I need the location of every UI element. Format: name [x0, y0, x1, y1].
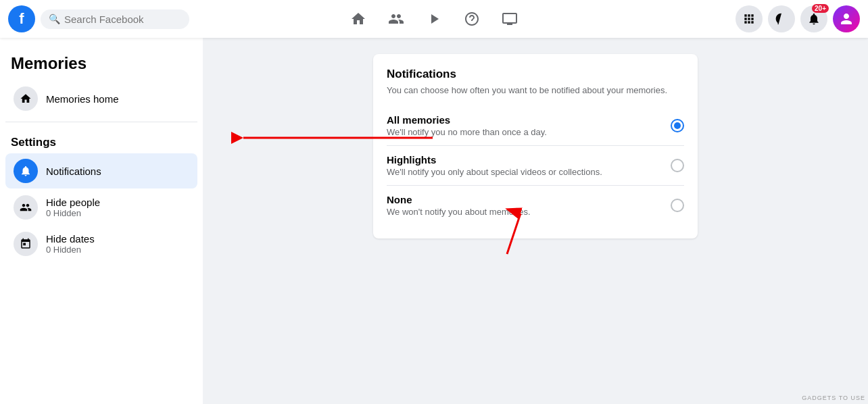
nav-marketplace-btn[interactable]	[456, 3, 488, 35]
nav-tv-btn[interactable]	[493, 3, 526, 35]
hide-dates-sub: 0 Hidden	[46, 245, 95, 255]
card-title: Notifications	[387, 68, 684, 81]
user-avatar[interactable]	[833, 5, 860, 32]
nav-left: f 🔍	[8, 5, 197, 32]
sidebar: Memories Memories home Settings Notifica…	[0, 38, 203, 404]
hide-dates-content: Hide dates 0 Hidden	[46, 233, 95, 255]
sidebar-item-hide-people[interactable]: Hide people 0 Hidden	[5, 190, 197, 225]
option-all-desc: We'll notify you no more than once a day…	[387, 127, 547, 137]
hide-people-sub: 0 Hidden	[46, 208, 100, 218]
notifications-label: Notifications	[46, 166, 101, 177]
facebook-logo[interactable]: f	[8, 5, 35, 32]
option-none-content: None We won't notify you about memories.	[387, 194, 531, 217]
notifications-btn[interactable]: 20+	[800, 5, 827, 32]
search-bar[interactable]: 🔍	[41, 9, 189, 29]
radio-all-memories[interactable]	[671, 119, 684, 132]
sidebar-item-notifications[interactable]: Notifications	[5, 153, 197, 188]
hide-dates-label: Hide dates	[46, 233, 95, 245]
option-highlights-content: Highlights We'll notify you only about s…	[387, 154, 602, 177]
nav-friends-btn[interactable]	[380, 3, 412, 35]
top-navigation: f 🔍 20+	[0, 0, 868, 38]
search-input[interactable]	[64, 14, 181, 25]
main-layout: Memories Memories home Settings Notifica…	[0, 38, 868, 404]
sidebar-item-memories-home[interactable]: Memories home	[5, 81, 197, 116]
option-highlights-desc: We'll notify you only about special vide…	[387, 167, 602, 177]
sidebar-divider-1	[5, 122, 197, 122]
option-none-desc: We won't notify you about memories.	[387, 207, 531, 217]
nav-home-btn[interactable]	[342, 3, 375, 35]
option-all-content: All memories We'll notify you no more th…	[387, 114, 547, 137]
hide-people-content: Hide people 0 Hidden	[46, 197, 100, 218]
content-area: Notifications You can choose how often y…	[203, 38, 868, 404]
option-none[interactable]: None We won't notify you about memories.	[387, 186, 684, 225]
hide-people-icon	[14, 195, 38, 220]
radio-highlights[interactable]	[671, 159, 684, 172]
option-highlights[interactable]: Highlights We'll notify you only about s…	[387, 146, 684, 186]
sidebar-item-hide-dates[interactable]: Hide dates 0 Hidden	[5, 226, 197, 261]
watermark: GADGETS TO USE	[802, 395, 865, 401]
hide-dates-icon	[14, 232, 38, 256]
bell-icon	[14, 159, 38, 183]
radio-none[interactable]	[671, 199, 684, 212]
memories-home-label: Memories home	[46, 93, 119, 105]
nav-center	[197, 3, 671, 35]
notifications-settings-card: Notifications You can choose how often y…	[373, 54, 698, 238]
messenger-btn[interactable]	[768, 5, 795, 32]
hide-people-label: Hide people	[46, 197, 100, 208]
option-all-label: All memories	[387, 114, 547, 126]
nav-video-btn[interactable]	[418, 3, 450, 35]
sidebar-title: Memories	[5, 49, 197, 81]
home-icon	[14, 86, 38, 111]
settings-section-label: Settings	[5, 128, 197, 153]
card-subtitle: You can choose how often you want to be …	[387, 85, 684, 95]
option-all-memories[interactable]: All memories We'll notify you no more th…	[387, 106, 684, 146]
notification-badge: 20+	[812, 4, 829, 13]
nav-right: 20+	[671, 5, 860, 32]
grid-menu-btn[interactable]	[736, 5, 763, 32]
option-highlights-label: Highlights	[387, 154, 602, 166]
option-none-label: None	[387, 194, 531, 205]
search-icon: 🔍	[49, 14, 60, 24]
